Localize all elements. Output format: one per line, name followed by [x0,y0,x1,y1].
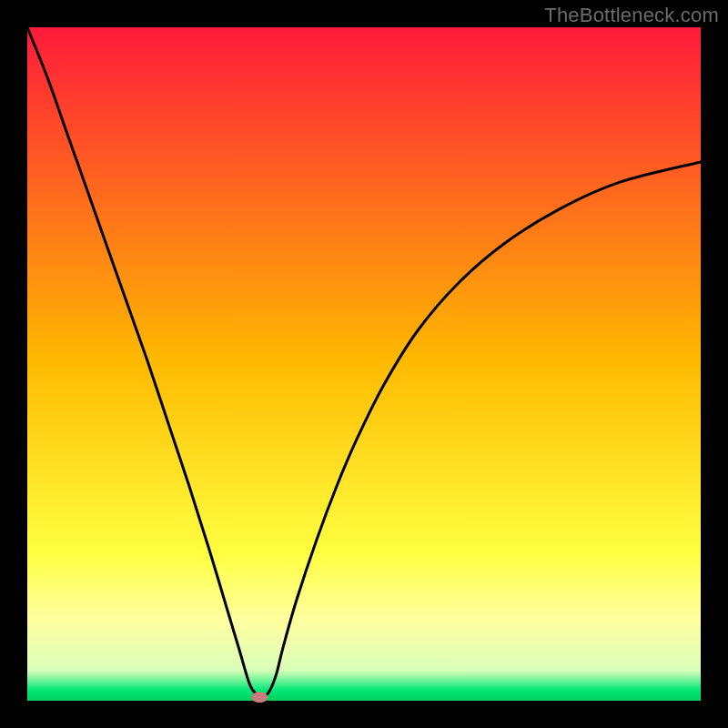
watermark-text: TheBottleneck.com [544,4,719,27]
chart-svg [0,0,728,728]
plot-background [27,27,701,701]
chart-frame: TheBottleneck.com [0,0,728,728]
optimum-point [251,692,268,703]
